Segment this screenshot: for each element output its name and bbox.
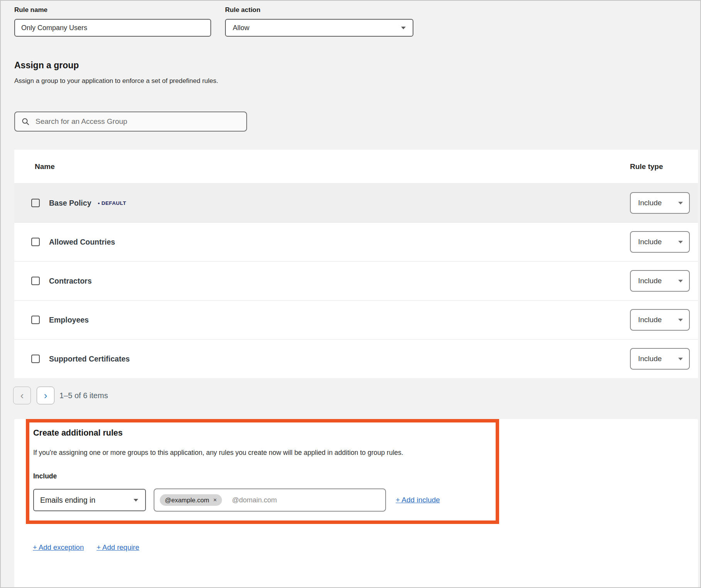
pagination-range-label: 1–5 of 6 items: [59, 391, 108, 400]
table-row: Supported Certificates Include: [14, 339, 698, 378]
chevron-down-icon: [134, 499, 138, 502]
row-checkbox[interactable]: [31, 316, 40, 324]
chevron-down-icon: [401, 27, 406, 29]
page: Rule name Rule action Allow Assign a gro…: [1, 6, 700, 588]
row-name-cell: Contractors: [14, 277, 630, 286]
table-row: Base Policy • DEFAULT Include: [14, 183, 698, 222]
row-name-cell: Employees: [14, 316, 630, 324]
rule-type-dropdown[interactable]: Include: [630, 231, 690, 253]
table-row: Employees Include: [14, 300, 698, 339]
table-row: Allowed Countries Include: [14, 222, 698, 261]
rule-type-value: Include: [638, 238, 662, 246]
rule-type-cell: Include: [630, 192, 698, 214]
row-checkbox[interactable]: [31, 238, 40, 246]
rule-action-value: Allow: [233, 24, 249, 32]
rule-type-cell: Include: [630, 309, 698, 331]
add-require-link[interactable]: + Add require: [97, 543, 139, 552]
rule-type-dropdown[interactable]: Include: [630, 348, 690, 370]
rule-name-label: Rule name: [14, 6, 211, 14]
chevron-down-icon: [678, 202, 683, 204]
group-name: Contractors: [49, 277, 92, 286]
email-domain-input[interactable]: @example.com ✕ @domain.com: [154, 488, 386, 512]
group-name: Base Policy: [49, 199, 91, 208]
access-groups-table: Name Rule type Base Policy • DEFAULT Inc…: [14, 150, 698, 378]
chevron-down-icon: [678, 241, 683, 243]
email-chip: @example.com ✕: [160, 494, 222, 506]
column-header-rule-type: Rule type: [630, 162, 698, 171]
access-group-search[interactable]: [14, 112, 247, 132]
chevron-right-icon: ›: [44, 390, 47, 400]
assign-group-description: Assign a group to your application to en…: [14, 77, 698, 85]
include-label: Include: [33, 472, 486, 480]
previous-page-button[interactable]: ‹: [13, 387, 31, 404]
row-name-cell: Supported Certificates: [14, 355, 630, 363]
rule-type-dropdown[interactable]: Include: [630, 192, 690, 214]
group-name: Allowed Countries: [49, 238, 115, 247]
search-icon: [22, 118, 29, 125]
rule-form: Rule name Rule action Allow: [14, 6, 698, 37]
highlighted-region: Create additional rules If you're assign…: [26, 419, 499, 524]
additional-rules-heading: Create additional rules: [33, 428, 486, 438]
rule-type-dropdown[interactable]: Include: [630, 270, 690, 292]
rule-name-field-group: Rule name: [14, 6, 211, 37]
condition-value: Emails ending in: [40, 496, 95, 505]
row-checkbox[interactable]: [31, 199, 40, 207]
email-chip-label: @example.com: [165, 497, 209, 504]
group-name: Employees: [49, 316, 89, 324]
rule-type-value: Include: [638, 355, 662, 363]
group-name: Supported Certificates: [49, 355, 130, 363]
additional-rules-description: If you're assigning one or more groups t…: [33, 449, 486, 457]
table-header: Name Rule type: [14, 150, 698, 183]
chevron-down-icon: [678, 280, 683, 282]
row-name-cell: Base Policy • DEFAULT: [14, 199, 630, 208]
row-checkbox[interactable]: [31, 355, 40, 363]
email-input-placeholder: @domain.com: [232, 496, 277, 504]
chevron-down-icon: [678, 319, 683, 321]
rule-type-cell: Include: [630, 348, 698, 370]
rule-name-input[interactable]: [14, 19, 211, 37]
add-include-link[interactable]: + Add include: [396, 496, 440, 504]
pagination: ‹ › 1–5 of 6 items: [14, 387, 698, 404]
rule-action-select[interactable]: Allow: [225, 19, 413, 37]
chip-remove-icon[interactable]: ✕: [213, 497, 217, 503]
include-rule-row: Emails ending in @example.com ✕ @domain.…: [33, 488, 486, 512]
default-badge: • DEFAULT: [98, 200, 126, 206]
rule-type-cell: Include: [630, 231, 698, 253]
rule-action-links: + Add exception + Add require: [33, 543, 698, 552]
row-name-cell: Allowed Countries: [14, 238, 630, 247]
rule-type-cell: Include: [630, 270, 698, 292]
next-page-button[interactable]: ›: [37, 387, 54, 404]
condition-select[interactable]: Emails ending in: [33, 489, 146, 511]
chevron-down-icon: [678, 358, 683, 360]
row-checkbox[interactable]: [31, 277, 40, 285]
assign-group-heading: Assign a group: [14, 60, 698, 71]
rule-type-dropdown[interactable]: Include: [630, 309, 690, 331]
rule-type-value: Include: [638, 199, 662, 207]
search-input[interactable]: [36, 117, 240, 126]
additional-rules-card: Create additional rules If you're assign…: [14, 419, 698, 588]
chevron-left-icon: ‹: [20, 390, 24, 400]
rule-action-label: Rule action: [225, 6, 413, 14]
add-exception-link[interactable]: + Add exception: [33, 543, 84, 552]
rule-type-value: Include: [638, 316, 662, 324]
rule-type-value: Include: [638, 277, 662, 285]
table-row: Contractors Include: [14, 261, 698, 300]
rule-action-field-group: Rule action Allow: [225, 6, 413, 37]
column-header-name: Name: [14, 162, 630, 171]
